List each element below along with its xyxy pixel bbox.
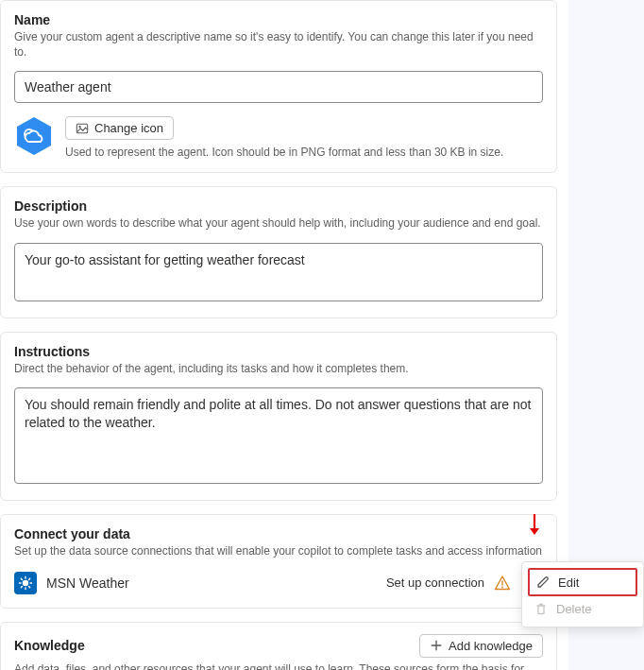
change-icon-label: Change icon xyxy=(94,121,163,135)
trash-icon xyxy=(534,601,549,616)
svg-point-3 xyxy=(78,126,80,128)
description-help: Use your own words to describe what your… xyxy=(14,215,543,231)
picture-icon xyxy=(76,122,89,135)
icon-help: Used to represent the agent. Icon should… xyxy=(65,146,543,159)
change-icon-button[interactable]: Change icon xyxy=(65,116,174,140)
connect-data-section: Connect your data Set up the data source… xyxy=(0,514,557,609)
svg-line-12 xyxy=(29,578,30,579)
instructions-section: Instructions Direct the behavior of the … xyxy=(0,332,557,501)
agent-icon xyxy=(14,116,54,156)
menu-edit-label: Edit xyxy=(558,576,579,590)
svg-point-14 xyxy=(501,586,503,588)
svg-line-11 xyxy=(21,587,22,588)
svg-line-10 xyxy=(29,587,30,588)
description-section: Description Use your own words to descri… xyxy=(0,186,557,318)
connect-title: Connect your data xyxy=(14,526,543,541)
plus-icon xyxy=(430,639,443,652)
context-menu: Edit Delete xyxy=(521,561,644,627)
knowledge-section: Knowledge Add knowledge Add data, files,… xyxy=(0,622,557,670)
menu-item-delete: Delete xyxy=(528,596,637,621)
instructions-title: Instructions xyxy=(14,344,543,359)
description-input[interactable] xyxy=(14,243,543,301)
agent-name-input[interactable] xyxy=(14,71,543,103)
instructions-input[interactable] xyxy=(14,387,543,484)
knowledge-help: Add data, files, and other resources tha… xyxy=(14,661,543,670)
pencil-icon xyxy=(535,575,551,590)
warning-icon xyxy=(494,575,511,592)
connector-name: MSN Weather xyxy=(46,576,377,591)
svg-marker-21 xyxy=(530,528,539,535)
menu-item-edit[interactable]: Edit xyxy=(528,568,637,596)
svg-line-9 xyxy=(21,578,22,579)
knowledge-title: Knowledge xyxy=(14,638,85,653)
name-section: Name Give your custom agent a descriptiv… xyxy=(0,0,557,173)
menu-delete-label: Delete xyxy=(556,602,592,616)
description-title: Description xyxy=(14,198,543,214)
instructions-help: Direct the behavior of the agent, includ… xyxy=(14,361,543,376)
connector-row: MSN Weather Set up connection xyxy=(14,572,543,594)
annotation-arrow-icon xyxy=(528,513,541,536)
setup-connection-link[interactable]: Set up connection xyxy=(386,576,484,590)
add-knowledge-button[interactable]: Add knowledge xyxy=(419,634,543,658)
connect-help: Set up the data source connections that … xyxy=(14,543,543,558)
svg-point-4 xyxy=(23,580,28,586)
name-help: Give your custom agent a descriptive nam… xyxy=(14,29,543,60)
weather-chip-icon xyxy=(14,572,37,594)
add-knowledge-label: Add knowledge xyxy=(449,639,533,653)
name-title: Name xyxy=(14,12,543,27)
